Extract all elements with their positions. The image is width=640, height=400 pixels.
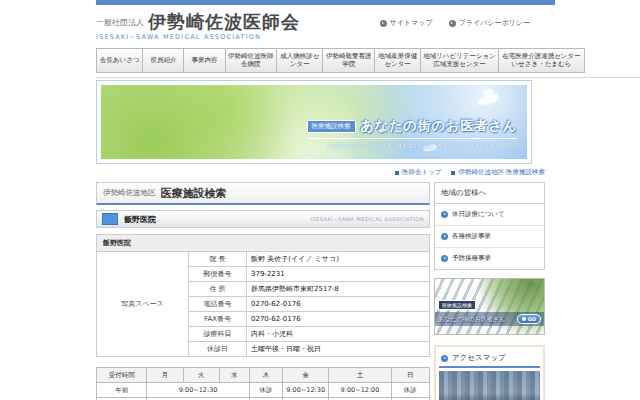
hero-text: 医療施設検索 あなたの街のお医者さん ISESAKI−SAWA MEDICAL …: [307, 117, 517, 149]
hero-title: あなたの街のお医者さん: [361, 117, 517, 135]
hero-banner: 医療施設検索 あなたの街のお医者さん ISESAKI−SAWA MEDICAL …: [96, 80, 532, 164]
arrow-circle-icon: [441, 355, 448, 362]
header-divider: [96, 77, 640, 78]
org-name: 伊勢崎佐波医師会: [148, 13, 300, 31]
nav-item-checkup-center[interactable]: 成人病検診センター: [277, 48, 323, 73]
hours-header-thu: 木: [249, 368, 282, 383]
arrow-circle-icon: [380, 20, 387, 27]
org-name-en: ISESAKI−SAWA MEDICAL ASSOCIATION: [96, 33, 585, 41]
hours-cell-am-monwed: 9:00~12:30: [147, 383, 250, 398]
arrow-circle-icon: [449, 20, 456, 27]
detail-value: 土曜午後・日曜・祝日: [247, 342, 430, 357]
hours-header-sun: 日: [391, 368, 429, 383]
clinic-bar-en-text: ISESAKI−SAWA MEDICAL ASSOCIATION: [310, 216, 424, 222]
sidebar-item-label: 休日診療について: [452, 210, 505, 219]
utility-links: サイトマップ プライバシーポリシー: [380, 18, 530, 28]
nav-item-nursing-school[interactable]: 伊勢崎敬愛看護学院: [323, 48, 375, 73]
hours-header-mon: 月: [147, 368, 183, 383]
detail-table-header: 飯野医院: [97, 235, 430, 252]
nav-item-greeting[interactable]: 会長あいさつ: [96, 48, 143, 73]
hours-header-tue: 火: [183, 368, 219, 383]
bullet-icon: [451, 171, 455, 175]
privacy-link-label: プライバシーポリシー: [459, 18, 530, 28]
hours-header-sat: 土: [329, 368, 391, 383]
dot-icon: [522, 317, 526, 321]
arrow-circle-icon: [441, 211, 448, 218]
nav-item-occupational-health[interactable]: 地域産業保健センター: [375, 48, 421, 73]
clinic-name: 飯野医院: [124, 214, 310, 225]
hours-row-label: 午前: [97, 383, 147, 398]
hours-header-wed: 水: [219, 368, 249, 383]
breadcrumb-current-label: 伊勢崎佐波地区 医療施設検索: [458, 168, 545, 177]
arrow-circle-icon: [441, 255, 448, 262]
detail-label: 郵便番号: [189, 267, 247, 282]
hero-subtitle: ISESAKI−SAWA MEDICAL ASSOCIATION: [307, 142, 517, 149]
bullet-icon: [395, 171, 399, 175]
detail-label: 院 長: [189, 252, 247, 267]
detail-value: 飯野 美佐子(イイノ ミサコ): [247, 252, 430, 267]
sidebar-item-screenings[interactable]: 各種検診事業: [435, 226, 544, 248]
privacy-policy-link[interactable]: プライバシーポリシー: [449, 18, 530, 28]
nav-item-hospital[interactable]: 伊勢崎佐波医師会病院: [226, 48, 278, 73]
page-title-main: 医療施設検索: [161, 186, 227, 201]
page-container: 一般社団法人 伊勢崎佐波医師会 ISESAKI−SAWA MEDICAL ASS…: [96, 0, 585, 400]
dove-icon: [476, 92, 500, 106]
nav-item-rehabilitation[interactable]: 地域リハビリテーション広域支援センター: [421, 48, 499, 73]
sidebar-menu: 地域の皆様へ 休日診療について 各種検診事業 予防接種事業: [434, 182, 545, 270]
detail-label: 電話番号: [189, 297, 247, 312]
sidebar-item-label: 各種検診事業: [452, 232, 491, 241]
hours-cell-am-sun: 休診: [391, 383, 429, 398]
arrow-circle-icon: [441, 233, 448, 240]
hours-header: 受付時間: [97, 368, 147, 383]
detail-value: 群馬県伊勢崎市東町2517-8: [247, 282, 430, 297]
main-content: 伊勢崎佐波地区 医療施設検索 飯野医院 ISESAKI−SAWA MEDICAL…: [96, 182, 430, 400]
sidebar-item-holiday-care[interactable]: 休日診療について: [435, 204, 544, 226]
sidebar-item-vaccinations[interactable]: 予防接種事業: [435, 248, 544, 269]
breadcrumb-current[interactable]: 伊勢崎佐波地区 医療施設検索: [451, 168, 545, 177]
sidebar: 地域の皆様へ 休日診療について 各種検診事業 予防接種事業 医療施設検索 あなた…: [434, 182, 545, 400]
facility-search-banner[interactable]: 医療施設検索 あなたの街のお医者さん GO: [434, 278, 545, 335]
sidebar-menu-title: 地域の皆様へ: [435, 183, 544, 204]
nav-item-home-care[interactable]: 在宅医療介護連携センターいせさき・たまむら: [499, 48, 585, 73]
go-button[interactable]: GO: [517, 314, 541, 324]
access-map-photo[interactable]: [439, 371, 540, 400]
hero-image: 医療施設検索 あなたの街のお医者さん ISESAKI−SAWA MEDICAL …: [101, 85, 527, 159]
banner-badge: 医療施設検索: [438, 300, 476, 310]
sitemap-link[interactable]: サイトマップ: [380, 18, 433, 28]
detail-value: 379-2231: [247, 267, 430, 282]
banner-title: あなたの街のお医者さん: [438, 315, 505, 324]
detail-value: 0270-62-0176: [247, 297, 430, 312]
hours-cell-am-sat: 9:00~12:00: [329, 383, 391, 398]
detail-value: 内科・小児科: [247, 327, 430, 342]
sidebar-item-label: 予防接種事業: [452, 254, 491, 263]
access-map-title: アクセスマップ: [452, 353, 506, 363]
detail-label: 診療科目: [189, 327, 247, 342]
detail-value: 0270-62-0176: [247, 312, 430, 327]
detail-label: FAX番号: [189, 312, 247, 327]
access-map-box: アクセスマップ: [434, 345, 545, 400]
breadcrumb-home-label: 医師会トップ: [402, 168, 441, 177]
page-title: 伊勢崎佐波地区 医療施設検索: [96, 182, 430, 205]
hero-badge: 医療施設検索: [307, 120, 356, 133]
breadcrumb-home-link[interactable]: 医師会トップ: [395, 168, 441, 177]
main-nav: 会長あいさつ 役員紹介 事業内容 伊勢崎佐波医師会病院 成人病検診センター 伊勢…: [96, 48, 585, 73]
org-type-label: 一般社団法人: [96, 17, 144, 31]
page-title-region: 伊勢崎佐波地区: [103, 188, 156, 198]
detail-label: 住 所: [189, 282, 247, 297]
photo-space-cell: 写真スペース: [97, 252, 189, 357]
sitemap-link-label: サイトマップ: [390, 18, 433, 28]
clinic-detail-table: 飯野医院 写真スペース 院 長 飯野 美佐子(イイノ ミサコ) 郵便番号 379…: [96, 234, 430, 357]
hours-header-fri: 金: [283, 368, 329, 383]
detail-label: 休診日: [189, 342, 247, 357]
reception-hours-table: 受付時間 月 火 水 木 金 土 日 午前 9:00~12:30 休診 9:00…: [96, 367, 430, 400]
go-button-label: GO: [528, 316, 536, 322]
site-header: 一般社団法人 伊勢崎佐波医師会 ISESAKI−SAWA MEDICAL ASS…: [96, 5, 585, 48]
clinic-section-bar: 飯野医院 ISESAKI−SAWA MEDICAL ASSOCIATION: [96, 210, 430, 228]
nav-item-officers[interactable]: 役員紹介: [143, 48, 184, 73]
breadcrumb: 医師会トップ 伊勢崎佐波地区 医療施設検索: [96, 168, 545, 177]
nav-item-activities[interactable]: 事業内容: [184, 48, 225, 73]
access-map-header: アクセスマップ: [439, 350, 540, 368]
hours-cell-am-fri: 9:00~12:30: [283, 383, 329, 398]
hours-cell-am-thu: 休診: [249, 383, 282, 398]
clinic-square-icon: [102, 213, 118, 225]
